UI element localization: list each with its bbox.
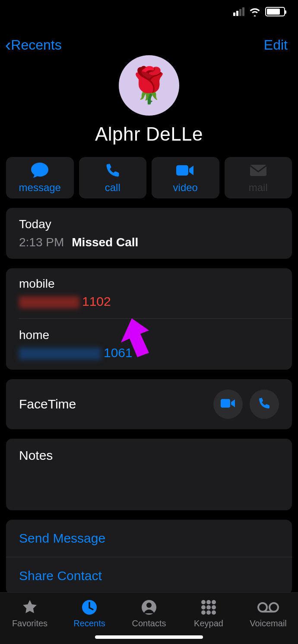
clock-icon (81, 599, 98, 616)
tab-favorites[interactable]: Favorites (0, 599, 60, 628)
contact-header: 🌹 Alphr DeLLe (0, 55, 298, 145)
video-icon (175, 162, 195, 179)
send-message-button[interactable]: Send Message (6, 520, 292, 557)
divider (19, 318, 292, 319)
phone-mobile-label: mobile (19, 277, 279, 291)
tab-label: Recents (73, 619, 105, 628)
video-label: video (173, 182, 198, 194)
message-button[interactable]: message (6, 157, 74, 198)
facetime-video-button[interactable] (213, 390, 243, 419)
battery-icon (265, 7, 285, 16)
edit-button[interactable]: Edit (264, 37, 288, 53)
call-button[interactable]: call (79, 157, 147, 198)
phone-icon (258, 397, 271, 412)
svg-point-16 (269, 603, 278, 612)
back-label: Recents (11, 37, 61, 53)
svg-point-8 (212, 600, 216, 604)
phone-mobile-value: 1102 (19, 294, 279, 309)
call-label: call (105, 182, 120, 194)
contact-actions-card: Send Message Share Contact (6, 520, 292, 594)
star-icon (21, 599, 38, 616)
phone-home-value: 1061 (19, 346, 279, 360)
svg-point-7 (206, 600, 211, 604)
svg-point-12 (201, 610, 206, 615)
avatar[interactable]: 🌹 (119, 55, 179, 116)
svg-point-15 (258, 603, 267, 612)
phone-icon (105, 162, 120, 179)
svg-point-13 (206, 610, 211, 615)
tab-recents[interactable]: Recents (60, 599, 119, 628)
tab-contacts[interactable]: Contacts (119, 599, 179, 628)
redacted-home-prefix (19, 348, 101, 360)
back-button[interactable]: ‹ Recents (5, 36, 62, 53)
person-icon (140, 599, 158, 616)
svg-rect-2 (221, 399, 230, 408)
svg-rect-0 (176, 165, 188, 176)
tab-label: Favorites (12, 619, 48, 628)
chevron-left-icon: ‹ (5, 36, 11, 53)
action-row: message call video mail (0, 145, 298, 198)
svg-point-10 (206, 605, 211, 609)
mail-button: mail (225, 157, 292, 198)
home-indicator[interactable] (95, 635, 203, 639)
phone-home-label: home (19, 328, 279, 342)
video-button[interactable]: video (152, 157, 219, 198)
phone-home-row[interactable]: home 1061 (19, 328, 279, 360)
share-contact-button[interactable]: Share Contact (6, 557, 292, 594)
tab-label: Voicemail (250, 619, 287, 628)
status-bar (0, 0, 298, 23)
tab-label: Keypad (194, 619, 223, 628)
svg-rect-1 (250, 165, 266, 176)
tab-bar: Favorites Recents Contacts Keypad Voicem… (0, 592, 298, 644)
redacted-mobile-prefix (19, 296, 79, 308)
mail-label: mail (249, 182, 268, 194)
cellular-signal-icon (233, 7, 244, 16)
svg-point-11 (212, 605, 216, 609)
facetime-label: FaceTime (19, 397, 76, 412)
phone-mobile-row[interactable]: mobile 1102 (19, 277, 279, 309)
svg-point-5 (146, 603, 152, 608)
svg-point-6 (201, 600, 206, 604)
tab-voicemail[interactable]: Voicemail (238, 599, 298, 628)
call-log-status: Missed Call (72, 236, 138, 249)
video-icon (220, 398, 236, 411)
voicemail-icon (257, 599, 279, 616)
phones-card: mobile 1102 home 1061 (6, 268, 292, 370)
mail-icon (249, 162, 267, 179)
facetime-card: FaceTime (6, 379, 292, 429)
facetime-audio-button[interactable] (250, 390, 279, 419)
nav-bar: ‹ Recents Edit (0, 23, 298, 57)
svg-point-14 (212, 610, 216, 615)
wifi-icon (249, 7, 261, 16)
contact-name: Alphr DeLLe (95, 123, 203, 145)
message-icon (30, 162, 49, 179)
tab-keypad[interactable]: Keypad (179, 599, 238, 628)
notes-label: Notes (19, 448, 279, 463)
tab-label: Contacts (132, 619, 166, 628)
call-log-card: Today 2:13 PM Missed Call (6, 208, 292, 259)
notes-card[interactable]: Notes (6, 439, 292, 510)
message-label: message (19, 182, 61, 194)
call-log-time: 2:13 PM (19, 236, 64, 249)
rose-icon: 🌹 (127, 65, 171, 106)
keypad-icon (200, 599, 217, 616)
call-log-day: Today (19, 217, 279, 231)
svg-point-9 (201, 605, 206, 609)
